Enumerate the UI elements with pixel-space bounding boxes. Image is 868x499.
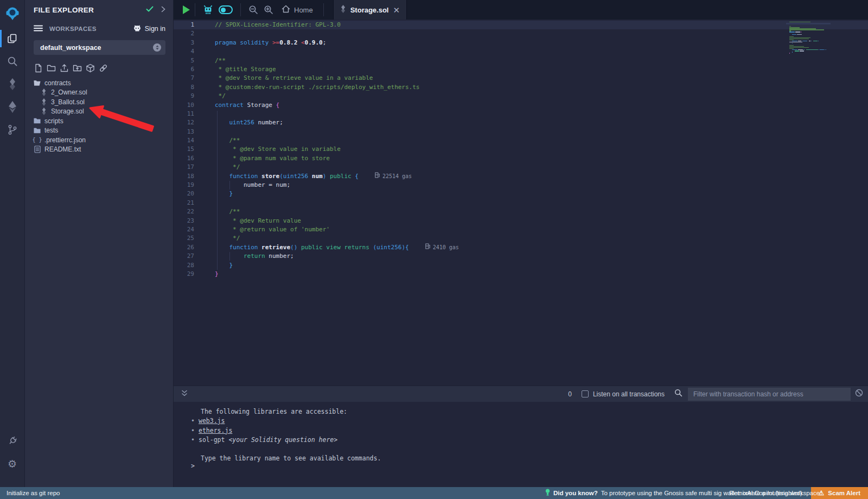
did-you-know-tip: Did you know? To prototype using the Gno… xyxy=(545,489,821,497)
import-link-icon[interactable] xyxy=(99,64,108,73)
line-number: 18 xyxy=(174,172,204,181)
solidity-compiler-icon xyxy=(8,78,17,90)
tab-close-icon[interactable]: ✕ xyxy=(393,6,400,14)
activitybar-solidity-compiler[interactable] xyxy=(0,73,24,96)
new-folder-icon[interactable] xyxy=(47,64,56,73)
activitybar-plugin-manager[interactable] xyxy=(0,429,24,452)
workspace-select-arrows-icon xyxy=(153,43,161,52)
zoom-out-icon[interactable] xyxy=(248,5,258,15)
bullet: • xyxy=(191,435,199,445)
activitybar-settings[interactable]: ⚙ xyxy=(0,452,24,475)
tree-item--prettierrc-json[interactable]: { }.prettierrc.json xyxy=(25,135,173,145)
code-text: * @return value of 'number' xyxy=(204,225,330,234)
line-number: 23 xyxy=(174,217,204,225)
sign-in-label: Sign in xyxy=(145,25,165,33)
tree-item-readme-txt[interactable]: README.txt xyxy=(25,145,173,155)
activitybar-search[interactable] xyxy=(0,50,24,73)
folder-icon xyxy=(34,117,41,124)
code-line-2: 2 xyxy=(174,29,868,38)
tree-item-contracts[interactable]: contracts xyxy=(25,78,173,88)
clear-console-icon[interactable] xyxy=(855,389,863,399)
import-cube-icon[interactable] xyxy=(86,64,95,73)
terminal-output[interactable]: The following libraries are accessible:•… xyxy=(174,402,868,487)
line-number: 21 xyxy=(174,199,204,207)
sign-in-button[interactable]: Sign in xyxy=(133,24,165,33)
sol-icon xyxy=(40,108,47,115)
upload-folder-icon[interactable] xyxy=(73,64,82,73)
minimap-cursor-line xyxy=(786,23,831,24)
terminal-link[interactable]: web3.js xyxy=(199,416,225,426)
terminal-link[interactable]: ethers.js xyxy=(199,426,232,435)
app-window: ⚙ FILE EXPLORER WORKSPACES Sign in xyxy=(0,0,868,487)
run-script-button[interactable] xyxy=(183,5,190,14)
copilot-toggle[interactable] xyxy=(219,5,233,14)
minimap-line xyxy=(789,53,825,54)
transaction-filter-input[interactable] xyxy=(688,388,851,401)
terminal-prompt[interactable]: > xyxy=(191,462,195,470)
file-explorer-panel: FILE EXPLORER WORKSPACES Sign in default… xyxy=(25,0,174,487)
transaction-count: 0 xyxy=(568,390,572,398)
code-text: } xyxy=(204,190,233,198)
code-line-13: 13 xyxy=(174,128,868,136)
code-line-24: 24 * @return value of 'number' xyxy=(174,225,868,234)
home-tab[interactable]: Home xyxy=(282,5,313,15)
code-text xyxy=(204,110,215,118)
upload-file-icon[interactable] xyxy=(60,64,69,73)
doc-icon xyxy=(34,146,41,153)
panel-collapse-icon[interactable] xyxy=(161,6,165,14)
code-editor[interactable]: 1// SPDX-License-Identifier: GPL-3.023pr… xyxy=(174,20,868,386)
listen-all-checkbox[interactable] xyxy=(582,390,589,397)
code-line-26: 26 function retrieve() public view retur… xyxy=(174,243,868,252)
code-line-3: 3pragma solidity >=0.8.2 <0.9.0; xyxy=(174,39,868,47)
tree-item-label: .prettierrc.json xyxy=(44,136,86,144)
terminal-search-icon[interactable] xyxy=(674,389,682,399)
code-line-14: 14 /** xyxy=(174,136,868,145)
terminal-expand-icon[interactable] xyxy=(181,389,188,399)
code-text: } xyxy=(204,270,219,279)
bulb-icon xyxy=(545,489,550,497)
file-toolbar xyxy=(25,55,173,75)
tree-item-label: 3_Ballot.sol xyxy=(51,98,85,106)
line-number: 17 xyxy=(174,163,204,172)
editor-minimap[interactable] xyxy=(789,22,825,54)
zoom-in-icon[interactable] xyxy=(264,5,273,15)
code-text: function retrieve() public view returns … xyxy=(204,243,459,252)
code-line-11: 11 xyxy=(174,110,868,118)
ai-copilot-robot-icon[interactable] xyxy=(203,5,213,15)
line-number: 4 xyxy=(174,47,204,56)
tree-item-2-owner-sol[interactable]: 2_Owner.sol xyxy=(25,88,173,98)
workspaces-menu-icon[interactable] xyxy=(34,25,43,33)
git-init-status[interactable]: Initialize as git repo xyxy=(7,490,60,496)
tree-item-label: contracts xyxy=(44,79,71,87)
code-line-7: 7 * @dev Store & retrieve value in a var… xyxy=(174,74,868,83)
listen-all-label: Listen on all transactions xyxy=(593,390,665,398)
terminal-line: •ethers.js xyxy=(174,426,868,435)
line-number: 7 xyxy=(174,74,204,83)
tree-item-label: Storage.sol xyxy=(51,108,84,115)
code-text: * @dev Store value in variable xyxy=(204,145,341,154)
line-number: 22 xyxy=(174,207,204,216)
code-line-25: 25 */ xyxy=(174,234,868,243)
activitybar-file-explorer[interactable] xyxy=(0,27,24,50)
code-line-1: 1// SPDX-License-Identifier: GPL-3.0 xyxy=(174,21,868,29)
tree-item-tests[interactable]: tests xyxy=(25,126,173,136)
activitybar-deploy-run[interactable] xyxy=(0,96,24,118)
terminal-line: •web3.js xyxy=(174,416,868,426)
code-line-6: 6 * @title Storage xyxy=(174,65,868,74)
toolbar-divider xyxy=(240,3,241,16)
terminal-line: Type the library name to see available c… xyxy=(174,454,868,463)
new-file-icon[interactable] xyxy=(34,64,43,73)
editor-toolbar: Home Storage.sol ✕ xyxy=(174,0,868,20)
code-text: /** xyxy=(204,136,240,145)
tree-item-storage-sol[interactable]: Storage.sol xyxy=(25,107,173,117)
tab-storage-sol[interactable]: Storage.sol ✕ xyxy=(333,0,407,20)
folder-open-icon xyxy=(34,79,41,86)
activitybar-git[interactable] xyxy=(0,118,24,141)
workspace-select[interactable]: default_workspace xyxy=(34,40,165,55)
tree-item-3-ballot-sol[interactable]: 3_Ballot.sol xyxy=(25,97,173,107)
tree-item-scripts[interactable]: scripts xyxy=(25,116,173,126)
settings-icon: ⚙ xyxy=(8,459,17,469)
line-number: 14 xyxy=(174,136,204,145)
code-text xyxy=(204,128,215,136)
panel-title: FILE EXPLORER xyxy=(34,6,146,14)
